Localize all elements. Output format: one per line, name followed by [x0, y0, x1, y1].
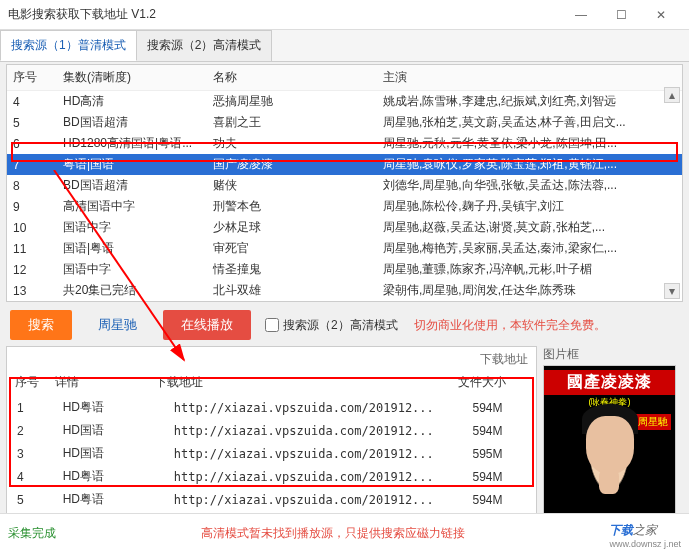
search-button[interactable]: 搜索	[10, 310, 72, 340]
dl-cell-detail: HD粤语	[57, 466, 166, 487]
brand-logo: 下载之家 www.downsz j.net	[609, 518, 681, 549]
dl-cell-detail: HD国语	[57, 420, 166, 441]
cell-cast: 周星驰,梅艳芳,吴家丽,吴孟达,秦沛,梁家仁,...	[377, 238, 682, 259]
table-row[interactable]: 4HD高清恶搞周星驰姚成岩,陈雪琳,李建忠,纪振斌,刘红亮,刘智远	[7, 91, 682, 113]
cell-ep: 国语中字	[57, 217, 207, 238]
cell-ep: BD国语超清	[57, 112, 207, 133]
dl-col-size: 文件大小	[458, 374, 528, 391]
warning-text: 切勿商业化使用，本软件完全免费。	[414, 317, 606, 334]
dl-cell-seq: 2	[11, 420, 55, 441]
close-icon[interactable]: ✕	[641, 8, 681, 22]
brand-left: 下载	[609, 523, 633, 537]
table-row[interactable]: 8BD国语超清赌侠刘德华,周星驰,向华强,张敏,吴孟达,陈法蓉,...	[7, 175, 682, 196]
dl-cell-detail: HD粤语	[57, 397, 166, 418]
source-hd-check-input[interactable]	[265, 318, 279, 332]
cell-ep: 高清国语中字	[57, 196, 207, 217]
download-address-label: 下载地址	[480, 351, 528, 368]
cell-seq: 5	[7, 112, 57, 133]
dl-cell-detail: HD国语	[57, 443, 166, 464]
status-done: 采集完成	[8, 525, 56, 542]
dl-cell-url: http://xiazai.vpszuida.com/201912...	[168, 443, 465, 464]
cell-ep: HD高清	[57, 91, 207, 113]
source-hd-label: 搜索源（2）高清模式	[283, 317, 398, 334]
minimize-icon[interactable]: —	[561, 8, 601, 22]
cell-name: 功夫	[207, 133, 377, 154]
table-row[interactable]: 9高清国语中字刑警本色周星驰,陈松伶,麹子丹,吴镇宇,刘江	[7, 196, 682, 217]
cell-ep: BD国语超清	[57, 175, 207, 196]
table-row[interactable]: 12国语中字情圣撞鬼周星驰,董骠,陈家齐,冯淬帆,元彬,叶子楣	[7, 259, 682, 280]
cell-seq: 12	[7, 259, 57, 280]
cell-cast: 刘德华,周星驰,向华强,张敏,吴孟达,陈法蓉,...	[377, 175, 682, 196]
download-row[interactable]: 4HD粤语http://xiazai.vpszuida.com/201912..…	[11, 466, 532, 487]
download-table: 1HD粤语http://xiazai.vpszuida.com/201912..…	[9, 395, 534, 512]
table-row[interactable]: 7粤语|国语国产凌凌漆周星驰,袁咏仪,罗家英,陈宝莲,郑祖,黄锦江,...	[7, 154, 682, 175]
results-table: 序号 集数(清晰度) 名称 主演 4HD高清恶搞周星驰姚成岩,陈雪琳,李建忠,纪…	[7, 65, 682, 301]
poster-hand	[599, 469, 619, 494]
table-row[interactable]: 11国语|粤语审死官周星驰,梅艳芳,吴家丽,吴孟达,秦沛,梁家仁,...	[7, 238, 682, 259]
poster-title: 國產凌凌漆	[544, 370, 675, 395]
table-row[interactable]: 5BD国语超清喜剧之王周星驰,张柏芝,莫文蔚,吴孟达,林子善,田启文...	[7, 112, 682, 133]
dl-cell-seq: 1	[11, 397, 55, 418]
cell-ep: HD1280高清国语|粤语...	[57, 133, 207, 154]
picture-label: 图片框	[543, 346, 683, 365]
cell-seq: 7	[7, 154, 57, 175]
dl-cell-url: http://xiazai.vpszuida.com/201912...	[168, 489, 465, 510]
titlebar: 电影搜索获取下载地址 V1.2 — ☐ ✕	[0, 0, 689, 30]
search-keyword[interactable]: 周星驰	[80, 310, 155, 340]
cell-cast: 周星驰,陈松伶,麹子丹,吴镇宇,刘江	[377, 196, 682, 217]
dl-cell-detail: HD粤语	[57, 489, 166, 510]
table-row[interactable]: 10国语中字少林足球周星驰,赵薇,吴孟达,谢贤,莫文蔚,张柏芝,...	[7, 217, 682, 238]
scroll-up-icon[interactable]: ▴	[664, 87, 680, 103]
cell-seq: 4	[7, 91, 57, 113]
cell-ep: 国语中字	[57, 259, 207, 280]
cell-seq: 6	[7, 133, 57, 154]
dl-cell-size: 594M	[467, 489, 532, 510]
poster-badge: 周星馳	[635, 414, 671, 430]
dl-cell-url: http://xiazai.vpszuida.com/201912...	[168, 420, 465, 441]
cell-name: 喜剧之王	[207, 112, 377, 133]
dl-cell-seq: 5	[11, 489, 55, 510]
cell-name: 国产凌凌漆	[207, 154, 377, 175]
cell-seq: 10	[7, 217, 57, 238]
cell-cast: 周星驰,袁咏仪,罗家英,陈宝莲,郑祖,黄锦江,...	[377, 154, 682, 175]
dl-col-url: 下载地址	[155, 374, 458, 391]
source-hd-checkbox[interactable]: 搜索源（2）高清模式	[265, 317, 398, 334]
play-online-button[interactable]: 在线播放	[163, 310, 251, 340]
tab-source-2[interactable]: 搜索源（2）高清模式	[136, 30, 273, 61]
download-row[interactable]: 3HD国语http://xiazai.vpszuida.com/201912..…	[11, 443, 532, 464]
dl-cell-url: http://xiazai.vpszuida.com/201912...	[168, 466, 465, 487]
cell-name: 北斗双雄	[207, 280, 377, 301]
table-row[interactable]: 13共20集已完结北斗双雄梁朝伟,周星驰,周润发,任达华,陈秀珠	[7, 280, 682, 301]
table-row[interactable]: 6HD1280高清国语|粤语...功夫周星驰,元秋,元华,黄圣依,梁小龙,陈国坤…	[7, 133, 682, 154]
scroll-down-icon[interactable]: ▾	[664, 283, 680, 299]
tab-bar: 搜索源（1）普清模式 搜索源（2）高清模式	[0, 30, 689, 62]
col-seq: 序号	[7, 65, 57, 91]
col-episodes: 集数(清晰度)	[57, 65, 207, 91]
cell-cast: 周星驰,元秋,元华,黄圣依,梁小龙,陈国坤,田...	[377, 133, 682, 154]
cell-seq: 8	[7, 175, 57, 196]
download-row[interactable]: 2HD国语http://xiazai.vpszuida.com/201912..…	[11, 420, 532, 441]
dl-cell-url: http://xiazai.vpszuida.com/201912...	[168, 397, 465, 418]
cell-seq: 13	[7, 280, 57, 301]
cell-cast: 梁朝伟,周星驰,周润发,任达华,陈秀珠	[377, 280, 682, 301]
brand-url: www.downsz j.net	[609, 539, 681, 549]
cell-ep: 国语|粤语	[57, 238, 207, 259]
dl-cell-seq: 4	[11, 466, 55, 487]
download-row[interactable]: 5HD粤语http://xiazai.vpszuida.com/201912..…	[11, 489, 532, 510]
cell-cast: 周星驰,赵薇,吴孟达,谢贤,莫文蔚,张柏芝,...	[377, 217, 682, 238]
download-row[interactable]: 1HD粤语http://xiazai.vpszuida.com/201912..…	[11, 397, 532, 418]
maximize-icon[interactable]: ☐	[601, 8, 641, 22]
cell-cast: 姚成岩,陈雪琳,李建忠,纪振斌,刘红亮,刘智远	[377, 91, 682, 113]
dl-cell-size: 595M	[467, 443, 532, 464]
dl-cell-size: 594M	[467, 466, 532, 487]
cell-cast: 周星驰,董骠,陈家齐,冯淬帆,元彬,叶子楣	[377, 259, 682, 280]
brand-right: 之家	[633, 523, 657, 537]
dl-cell-size: 594M	[467, 420, 532, 441]
cell-ep: 共20集已完结	[57, 280, 207, 301]
download-table-header: 序号 详情 下载地址 文件大小	[9, 370, 534, 395]
cell-name: 情圣撞鬼	[207, 259, 377, 280]
results-panel: 序号 集数(清晰度) 名称 主演 4HD高清恶搞周星驰姚成岩,陈雪琳,李建忠,纪…	[6, 64, 683, 302]
cell-name: 审死官	[207, 238, 377, 259]
dl-cell-size: 594M	[467, 397, 532, 418]
tab-source-1[interactable]: 搜索源（1）普清模式	[0, 30, 137, 61]
